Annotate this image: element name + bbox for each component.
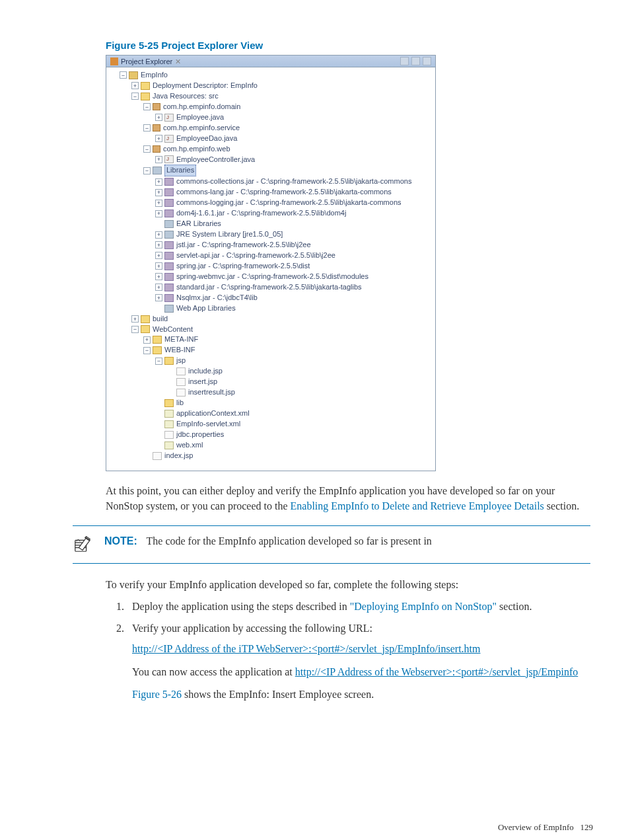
expander-icon[interactable]: + [155, 156, 162, 163]
node-label: commons-lang.jar - C:\spring-framework-2… [176, 187, 392, 198]
tree-node[interactable]: +dom4j-1.6.1.jar - C:\spring-framework-2… [108, 208, 434, 219]
tree-node[interactable]: +Nsqlmx.jar - C:\jdbcT4\lib [108, 293, 434, 303]
node-label: Web App Libraries [176, 303, 236, 314]
expander-icon[interactable]: + [155, 178, 162, 186]
node-label: WEB-INF [164, 345, 195, 356]
node-label: include.jsp [188, 366, 223, 377]
tree-node[interactable]: +Deployment Descriptor: EmpInfo [108, 81, 434, 91]
tree-node[interactable]: insert.jsp [108, 377, 434, 387]
link-enabling-empinfo[interactable]: Enabling EmpInfo to Delete and Retrieve … [291, 500, 544, 512]
tree-node[interactable]: jdbc.properties [108, 430, 434, 440]
link-url-empinfo[interactable]: http://<IP Address of the Webserver>:<po… [295, 666, 578, 677]
tree-node[interactable]: +spring.jar - C:\spring-framework-2.5.5\… [108, 261, 434, 272]
node-label: com.hp.empinfo.web [163, 144, 230, 155]
node-label: EmployeeController.java [176, 155, 255, 165]
expander-icon[interactable]: − [143, 124, 151, 132]
link-icon[interactable] [411, 57, 420, 65]
link-deploying-empinfo[interactable]: "Deploying EmpInfo on NonStop" [350, 601, 497, 612]
expander-icon[interactable]: + [131, 315, 139, 323]
jar-icon [164, 262, 174, 270]
menu-icon[interactable] [423, 57, 431, 65]
expander-icon[interactable]: + [155, 284, 162, 291]
expander-icon[interactable]: + [155, 241, 162, 248]
tree-node[interactable]: EmpInfo-servlet.xml [108, 419, 434, 430]
text: You can now access the application at [132, 666, 295, 677]
expander-icon[interactable]: − [155, 358, 162, 365]
expander-icon[interactable]: + [155, 135, 162, 142]
library-icon [164, 220, 174, 228]
tree-root[interactable]: −EmpInfo [108, 70, 434, 81]
tree-node[interactable]: +build [108, 314, 434, 325]
jar-icon [164, 294, 174, 302]
node-label: com.hp.empinfo.domain [163, 102, 240, 112]
tree-node[interactable]: +META-INF [108, 334, 434, 345]
expander-icon[interactable]: − [131, 326, 139, 333]
expander-icon[interactable]: + [155, 231, 162, 239]
expander-icon[interactable]: + [155, 273, 162, 280]
tree-node[interactable]: +commons-collections.jar - C:\spring-fra… [108, 176, 434, 187]
tree-node[interactable]: +standard.jar - C:\spring-framework-2.5.… [108, 282, 434, 293]
tree-node[interactable]: applicationContext.xml [108, 408, 434, 419]
expander-icon[interactable]: − [143, 103, 151, 110]
tree-node[interactable]: +EmployeeController.java [108, 155, 434, 165]
tree-node[interactable]: +jstl.jar - C:\spring-framework-2.5.5\li… [108, 240, 434, 250]
tree-node[interactable]: Web App Libraries [108, 303, 434, 314]
link-url-insert[interactable]: http://<IP Address of the iTP WebServer>… [132, 643, 480, 654]
expander-icon[interactable]: − [143, 167, 151, 174]
expander-icon[interactable]: + [131, 82, 139, 89]
tree-node[interactable]: +spring-webmvc.jar - C:\spring-framework… [108, 272, 434, 282]
tree-node[interactable]: web.xml [108, 440, 434, 451]
tree-node[interactable]: −com.hp.empinfo.domain [108, 102, 434, 112]
jar-icon [164, 273, 174, 281]
expander-icon[interactable]: − [143, 347, 151, 354]
tree-node[interactable]: EAR Libraries [108, 219, 434, 229]
explorer-header: Project Explorer ✕ [106, 56, 435, 67]
tree-node[interactable]: −com.hp.empinfo.service [108, 123, 434, 134]
tree-view[interactable]: −EmpInfo +Deployment Descriptor: EmpInfo… [106, 67, 435, 471]
tree-node[interactable]: −jsp [108, 356, 434, 366]
node-label: EmpInfo-servlet.xml [176, 419, 240, 430]
tree-node[interactable]: +servlet-api.jar - C:\spring-framework-2… [108, 250, 434, 261]
tree-node[interactable]: insertresult.jsp [108, 387, 434, 398]
tree-node[interactable]: −WEB-INF [108, 345, 434, 356]
tree-node[interactable]: include.jsp [108, 366, 434, 377]
tree-node[interactable]: −com.hp.empinfo.web [108, 144, 434, 155]
tree-node[interactable]: +EmployeeDao.java [108, 134, 434, 144]
xml-icon [164, 410, 174, 418]
tree-node[interactable]: −WebContent [108, 325, 434, 335]
tree-node[interactable]: +Employee.java [108, 112, 434, 123]
node-label: spring.jar - C:\spring-framework-2.5.5\d… [176, 261, 310, 272]
expander-icon[interactable]: + [155, 210, 162, 217]
tree-node[interactable]: +commons-lang.jar - C:\spring-framework-… [108, 187, 434, 198]
expander-icon[interactable]: − [120, 71, 127, 79]
tree-node[interactable]: lib [108, 398, 434, 408]
node-label: EAR Libraries [176, 219, 221, 229]
expander-icon[interactable]: + [155, 200, 162, 207]
expander-icon[interactable]: + [155, 262, 162, 270]
node-label: WebContent [153, 325, 193, 335]
steps-list: Deploy the application using the steps d… [127, 599, 590, 703]
link-figure-5-26[interactable]: Figure 5-26 [132, 689, 182, 700]
tree-node[interactable]: −Java Resources: src [108, 91, 434, 102]
expander-icon[interactable]: + [155, 114, 162, 121]
expander-icon[interactable]: + [155, 189, 162, 196]
expander-icon[interactable]: + [155, 252, 162, 259]
folder-icon [164, 357, 174, 365]
file-icon [164, 431, 174, 439]
expander-icon[interactable]: − [143, 145, 151, 153]
close-icon[interactable]: ✕ [175, 57, 183, 65]
expander-icon[interactable]: + [155, 294, 162, 301]
jar-icon [164, 178, 174, 186]
file-icon [176, 389, 186, 397]
tree-node[interactable]: index.jsp [108, 451, 434, 461]
expander-icon[interactable]: − [131, 93, 139, 100]
tree-node[interactable]: +commons-logging.jar - C:\spring-framewo… [108, 198, 434, 208]
folder-icon [164, 399, 174, 407]
collapse-icon[interactable] [400, 57, 409, 65]
tree-node[interactable]: +JRE System Library [jre1.5.0_05] [108, 229, 434, 240]
expander-icon[interactable]: + [143, 336, 151, 344]
node-label: EmployeeDao.java [176, 134, 237, 144]
tree-node[interactable]: −Libraries [108, 165, 434, 176]
node-label: web.xml [176, 440, 203, 451]
descriptor-icon [141, 82, 150, 90]
